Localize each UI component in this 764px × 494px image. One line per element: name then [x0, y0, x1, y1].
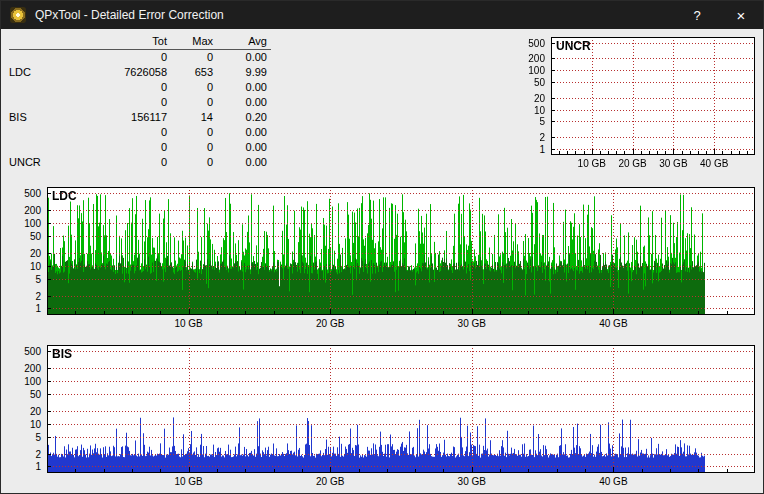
- y-axis-label: 1: [7, 303, 41, 314]
- stats-row: BIS156117140.20: [9, 110, 271, 125]
- uncr-chart: 12510205010020050010 GB20 GB30 GB40 GBUN…: [525, 31, 763, 181]
- stats-cell-avg: 0.00: [213, 50, 267, 65]
- y-axis-label: 500: [7, 346, 41, 357]
- stats-cell-max: 653: [167, 65, 213, 80]
- y-axis-label: 5: [7, 432, 41, 443]
- stats-cell-tot: 7626058: [65, 65, 167, 80]
- x-axis-label: 10 GB: [167, 476, 211, 487]
- x-axis-label: 40 GB: [591, 318, 635, 329]
- stats-cell-label: [9, 50, 65, 65]
- chart-title: LDC: [52, 189, 77, 203]
- y-axis-label: 200: [525, 53, 545, 64]
- chart-title: BIS: [52, 347, 72, 361]
- x-axis-label: 40 GB: [692, 158, 736, 169]
- y-axis-label: 1: [525, 144, 545, 155]
- stats-cell-max: 0: [167, 80, 213, 95]
- uncr-plot-canvas: [551, 37, 755, 155]
- stats-row: 000.00: [9, 50, 271, 65]
- y-axis-label: 200: [7, 363, 41, 374]
- y-axis-label: 100: [7, 376, 41, 387]
- stats-row: 000.00: [9, 80, 271, 95]
- x-axis-label: 30 GB: [651, 158, 695, 169]
- stats-cell-label: BIS: [9, 110, 65, 125]
- x-axis-label: 20 GB: [308, 476, 352, 487]
- stats-cell-tot: 0: [65, 95, 167, 110]
- y-axis-label: 50: [7, 231, 41, 242]
- stats-cell-avg: 0.00: [213, 140, 267, 155]
- stats-cell-label: [9, 95, 65, 110]
- y-axis-label: 20: [525, 93, 545, 104]
- x-axis-label: 10 GB: [167, 318, 211, 329]
- stats-cell-label: LDC: [9, 65, 65, 80]
- stats-header-max: Max: [167, 34, 213, 49]
- y-axis-label: 20: [7, 406, 41, 417]
- chart-title: UNCR: [556, 39, 591, 53]
- y-axis-label: 10: [7, 419, 41, 430]
- stats-cell-max: 0: [167, 125, 213, 140]
- y-axis-label: 5: [7, 274, 41, 285]
- bis-plot-canvas: [47, 345, 755, 473]
- stats-cell-label: [9, 125, 65, 140]
- window-title: QPxTool - Detailed Error Correction: [35, 8, 675, 22]
- y-axis-label: 20: [7, 248, 41, 259]
- y-axis-label: 100: [525, 65, 545, 76]
- stats-cell-avg: 0.00: [213, 125, 267, 140]
- stats-row: 000.00: [9, 95, 271, 110]
- y-axis-label: 500: [525, 38, 545, 49]
- x-axis-label: 30 GB: [450, 318, 494, 329]
- y-axis-label: 2: [7, 449, 41, 460]
- bis-chart: 12510205010020050010 GB20 GB30 GB40 GBBI…: [7, 341, 761, 493]
- stats-cell-label: [9, 140, 65, 155]
- stats-cell-avg: 9.99: [213, 65, 267, 80]
- app-icon: [10, 7, 26, 23]
- y-axis-label: 10: [7, 261, 41, 272]
- stats-row: LDC76260586539.99: [9, 65, 271, 80]
- stats-cell-avg: 0.00: [213, 80, 267, 95]
- stats-cell-avg: 0.20: [213, 110, 267, 125]
- y-axis-label: 1: [7, 461, 41, 472]
- stats-cell-tot: 0: [65, 125, 167, 140]
- y-axis-label: 100: [7, 218, 41, 229]
- stats-cell-tot: 0: [65, 50, 167, 65]
- x-axis-label: 20 GB: [308, 318, 352, 329]
- stats-cell-tot: 156117: [65, 110, 167, 125]
- stats-cell-tot: 0: [65, 155, 167, 170]
- y-axis-label: 5: [525, 116, 545, 127]
- x-axis-label: 20 GB: [611, 158, 655, 169]
- ldc-plot-canvas: [47, 187, 755, 315]
- stats-cell-max: 0: [167, 95, 213, 110]
- stats-table: TotMaxAvg000.00LDC76260586539.99000.0000…: [9, 34, 271, 170]
- y-axis-label: 200: [7, 205, 41, 216]
- stats-header-row: TotMaxAvg: [9, 34, 271, 50]
- titlebar[interactable]: QPxTool - Detailed Error Correction ? ×: [1, 1, 763, 29]
- x-axis-label: 40 GB: [591, 476, 635, 487]
- stats-cell-max: 0: [167, 140, 213, 155]
- x-axis-label: 10 GB: [570, 158, 614, 169]
- y-axis-label: 10: [525, 105, 545, 116]
- y-axis-label: 2: [7, 291, 41, 302]
- stats-cell-label: [9, 80, 65, 95]
- y-axis-label: 50: [525, 77, 545, 88]
- stats-row: UNCR000.00: [9, 155, 271, 170]
- stats-header-avg: Avg: [213, 34, 267, 49]
- stats-cell-tot: 0: [65, 140, 167, 155]
- stats-row: 000.00: [9, 125, 271, 140]
- stats-cell-tot: 0: [65, 80, 167, 95]
- stats-cell-max: 14: [167, 110, 213, 125]
- x-axis-label: 30 GB: [450, 476, 494, 487]
- stats-header-blank: [9, 34, 65, 49]
- y-axis-label: 2: [525, 132, 545, 143]
- y-axis-label: 50: [7, 389, 41, 400]
- stats-row: 000.00: [9, 140, 271, 155]
- help-button[interactable]: ?: [675, 1, 719, 29]
- stats-cell-label: UNCR: [9, 155, 65, 170]
- stats-cell-max: 0: [167, 50, 213, 65]
- stats-cell-avg: 0.00: [213, 155, 267, 170]
- stats-cell-max: 0: [167, 155, 213, 170]
- qpxtool-window: QPxTool - Detailed Error Correction ? × …: [0, 0, 764, 494]
- stats-header-tot: Tot: [65, 34, 167, 49]
- stats-cell-avg: 0.00: [213, 95, 267, 110]
- close-button[interactable]: ×: [719, 1, 763, 29]
- ldc-chart: 12510205010020050010 GB20 GB30 GB40 GBLD…: [7, 183, 761, 339]
- y-axis-label: 500: [7, 188, 41, 199]
